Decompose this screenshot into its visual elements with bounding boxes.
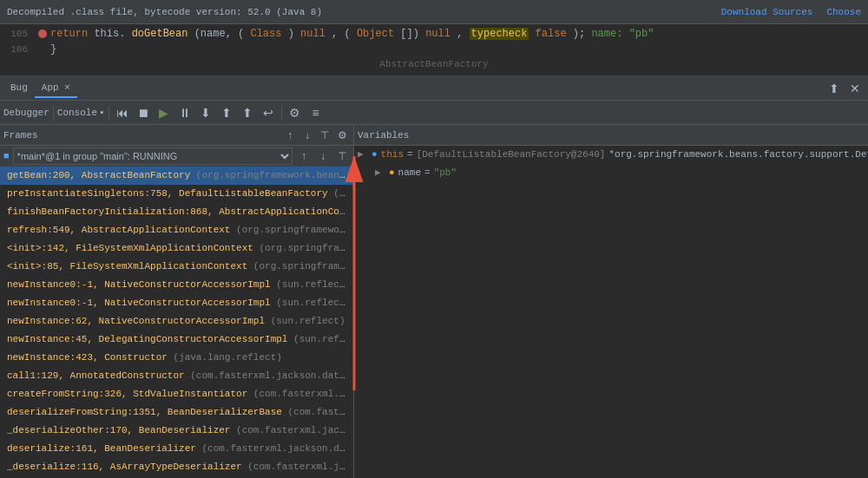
abstract-bean-factory-label: AbstractBeanFactory (0, 57, 868, 71)
method-doGetBean: doGetBean (132, 28, 188, 40)
frame-package: (com.fasterxml.jackson.databind.jsontype… (242, 462, 353, 472)
frame-package: (java.lang.reflect) (168, 352, 282, 363)
evaluate-btn[interactable]: ⚙ (286, 103, 305, 122)
frame-item[interactable]: _deserialize:116, AsArrayTypeDeserialize… (0, 458, 353, 476)
var-this-value: *org.springframework.beans.factory.suppo… (608, 147, 868, 162)
frame-item[interactable]: deserializeFromString:1351, BeanDeserial… (0, 403, 353, 422)
frame-package: (org.springframework.beans.f) (328, 188, 353, 199)
var-item-name[interactable]: ▶ ● name = "pb" (354, 164, 868, 182)
frame-package: (org.springframework.context.support) (230, 225, 353, 235)
var-name-label: name (398, 166, 421, 180)
frame-item[interactable]: newInstance0:-1, NativeConstructorAccess… (0, 294, 353, 312)
var-this-keyword: this (381, 147, 404, 162)
frame-item[interactable]: getBean:200, AbstractBeanFactory (org.sp… (0, 167, 353, 185)
frame-method-name: newInstance0:-1, NativeConstructorAccess… (7, 298, 271, 308)
frames-settings-btn[interactable]: ⚙ (334, 128, 350, 143)
toolbar-sep3 (281, 106, 282, 120)
frame-package: (org.springframework.context.support) (247, 261, 353, 272)
variables-title: Variables (358, 130, 409, 141)
var-item-this[interactable]: ▶ ● this = [DefaultListableBeanFactory@2… (354, 146, 868, 164)
breakpoint-105[interactable] (38, 29, 47, 38)
frames-filter-btn[interactable]: ⊤ (317, 128, 332, 143)
variables-header: Variables ↑ ↓ (354, 125, 868, 146)
var-expand-name[interactable]: ▶ (375, 166, 389, 180)
frame-item[interactable]: createFromString:326, StdValueInstantiat… (0, 385, 353, 403)
var-expand-this[interactable]: ▶ (358, 147, 372, 162)
frame-item[interactable]: <init>:142, FileSystemXmlApplicationCont… (0, 239, 353, 258)
frames-title: Frames (3, 130, 38, 141)
frame-method-name: preInstantiateSingletons:758, DefaultLis… (7, 188, 328, 199)
frame-package: (com.fasterxml.jackson.databind.des) (282, 407, 353, 417)
frame-method-name: call1:129, AnnotatedConstructor (7, 370, 185, 381)
frame-method-name: newInstance:62, NativeConstructorAccesso… (7, 316, 265, 326)
frame-item[interactable]: newInstance:423, Constructor (java.lang.… (0, 349, 353, 367)
line-number-105: 105 (3, 29, 38, 39)
decompiled-label: Decompiled .class file, bytecode version… (7, 7, 322, 17)
frames-down-btn[interactable]: ↓ (299, 128, 315, 143)
frame-item[interactable]: newInstance:45, DelegatingConstructorAcc… (0, 331, 353, 349)
frame-item[interactable]: _deserializeOther:170, BeanDeserializer … (0, 422, 353, 440)
frame-item[interactable]: newInstance:62, NativeConstructorAccesso… (0, 312, 353, 331)
frame-item[interactable]: <init>:85, FileSystemXmlApplicationConte… (0, 258, 353, 276)
frame-method-name: _deserializeOther:170, BeanDeserializer (7, 425, 230, 435)
line-number-106: 106 (3, 44, 38, 55)
toolbar-sep1 (53, 106, 54, 120)
thread-filter-btn[interactable]: ⊤ (334, 148, 350, 164)
run-cursor-btn[interactable]: ↩ (259, 103, 278, 122)
frame-method-name: newInstance:45, DelegatingConstructorAcc… (7, 334, 287, 344)
frame-item[interactable]: finishBeanFactoryInitialization:868, Abs… (0, 203, 353, 221)
frame-method-name: newInstance:423, Constructor (7, 352, 168, 363)
debugger-toolbar: Debugger Console ▪ ⏮ ⏹ ▶ ⏸ ⬇ ⬆ ⬆ ↩ ⚙ ≡ (0, 101, 868, 125)
frame-package: (com.fasterxml.jackson.databind.introspe… (185, 370, 353, 381)
stop-btn[interactable]: ⏹ (134, 103, 153, 122)
console-mark: ▪ (99, 108, 105, 118)
code-line-105: 105 return this. doGetBean (name, ( Clas… (0, 26, 868, 42)
debug-tab-app[interactable]: App × (35, 79, 77, 98)
step-into-btn[interactable]: ⬆ (217, 103, 236, 122)
frame-package: (sun.reflect) (271, 279, 351, 290)
var-this-ref: [DefaultListableBeanFactory@2640] (417, 147, 606, 162)
settings-btn[interactable]: ≡ (306, 103, 326, 122)
frame-method-name: newInstance0:-1, NativeConstructorAccess… (7, 279, 271, 290)
step-over-btn[interactable]: ⬇ (196, 103, 215, 122)
frame-method-name: <init>:85, FileSystemXmlApplicationConte… (7, 261, 247, 272)
step-out-btn[interactable]: ⬆ (238, 103, 257, 122)
frame-method-name: _deserialize:116, AsArrayTypeDeserialize… (7, 462, 242, 472)
frames-list: getBean:200, AbstractBeanFactory (org.sp… (0, 167, 353, 478)
code-content-106: } (50, 43, 56, 56)
restore-btn[interactable]: ⬆ (825, 79, 844, 98)
frame-method-name: finishBeanFactoryInitialization:868, Abs… (7, 206, 353, 217)
keyword-return: return (50, 28, 88, 40)
thread-up-btn[interactable]: ↑ (296, 148, 312, 164)
thread-selector-row: ■ *main*@1 in group "main": RUNNING ↑ ↓ … (0, 146, 353, 167)
frame-method-name: refresh:549, AbstractApplicationContext (7, 225, 230, 235)
name-comment: name: "pb" (591, 28, 654, 40)
var-name-value: "pb" (434, 166, 457, 180)
top-bar: Decompiled .class file, bytecode version… (0, 0, 868, 24)
frame-item[interactable]: refresh:549, AbstractApplicationContext … (0, 221, 353, 239)
variables-panel: Variables ↑ ↓ ▶ ● this = [DefaultListabl… (354, 125, 868, 478)
code-line-106: 106 } (0, 42, 868, 57)
console-label: Console (57, 108, 97, 118)
frame-item[interactable]: deserialize:161, BeanDeserializer (com.f… (0, 440, 353, 458)
close-btn[interactable]: ✕ (845, 79, 865, 98)
frames-up-btn[interactable]: ↑ (282, 128, 298, 143)
frame-item[interactable]: newInstance0:-1, NativeConstructorAccess… (0, 276, 353, 294)
choose-button[interactable]: Choose (826, 7, 861, 17)
frame-item[interactable]: call1:129, AnnotatedConstructor (com.fas… (0, 367, 353, 385)
thread-dropdown[interactable]: *main*@1 in group "main": RUNNING (13, 147, 293, 165)
pause-btn[interactable]: ⏸ (175, 103, 194, 122)
download-sources-link[interactable]: Download Sources (721, 7, 813, 17)
thread-icon: ■ (3, 151, 10, 161)
rerun-btn[interactable]: ⏮ (113, 103, 132, 122)
frame-package: (org.springframework.context.support) (253, 243, 353, 253)
var-icon-this: ● (372, 147, 378, 162)
frame-package: (sun.reflect) (265, 316, 345, 326)
frame-item[interactable]: preInstantiateSingletons:758, DefaultLis… (0, 185, 353, 203)
frame-package: (sun.reflect) (287, 334, 353, 344)
resume-btn[interactable]: ▶ (155, 103, 174, 122)
frame-method-name: <init>:142, FileSystemXmlApplicationCont… (7, 243, 253, 253)
debug-tab-bug[interactable]: Bug (3, 79, 35, 98)
thread-down-btn[interactable]: ↓ (315, 148, 331, 164)
main-panels: Frames ↑ ↓ ⊤ ⚙ ■ *main*@1 in group "main… (0, 125, 868, 478)
